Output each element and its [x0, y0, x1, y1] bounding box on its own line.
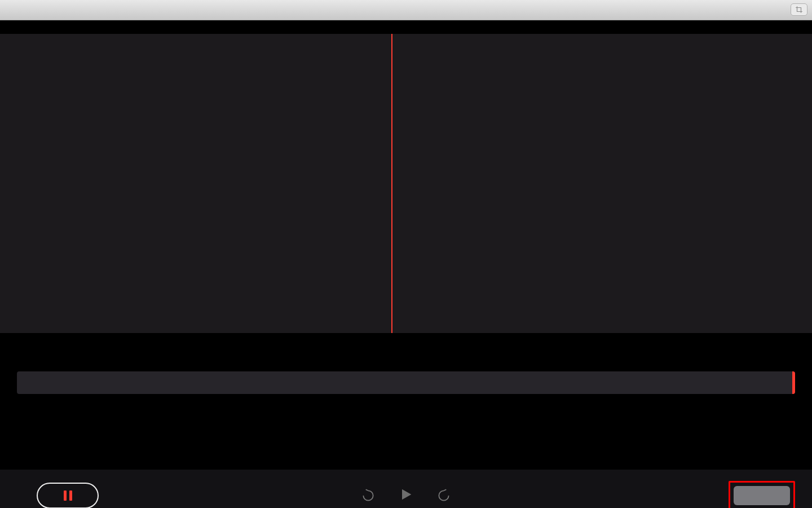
pause-button[interactable] — [37, 483, 99, 508]
main-waveform-area[interactable] — [0, 34, 812, 333]
main-waveform — [0, 34, 812, 333]
skip-forward-button[interactable] — [436, 488, 451, 503]
done-highlight-box — [729, 481, 795, 508]
timeline-ruler[interactable] — [0, 333, 812, 350]
main-area — [0, 34, 812, 508]
crop-button[interactable] — [791, 3, 807, 16]
playback-controls — [361, 487, 451, 505]
playhead[interactable] — [391, 34, 392, 333]
done-button[interactable] — [734, 486, 790, 505]
overview-waveform — [17, 371, 795, 394]
play-icon — [398, 487, 414, 502]
skip-back-button[interactable] — [361, 488, 376, 503]
skip-back-icon — [361, 488, 376, 503]
control-bar — [0, 470, 812, 508]
pause-icon — [64, 491, 72, 501]
skip-forward-icon — [436, 488, 451, 503]
play-button[interactable] — [398, 487, 414, 505]
titlebar — [0, 0, 812, 20]
crop-icon — [795, 6, 803, 14]
overview-waveform-area[interactable] — [17, 371, 795, 394]
overview-container — [17, 371, 795, 396]
overview-playhead[interactable] — [792, 371, 795, 394]
